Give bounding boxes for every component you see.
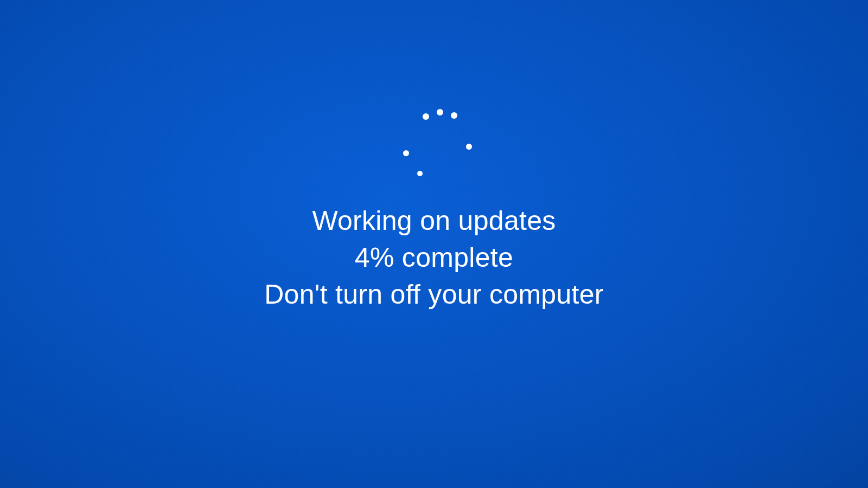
spinner-dot [451, 112, 457, 119]
update-messages: Working on updates 4% complete Don't tur… [264, 202, 604, 313]
progress-line: 4% complete [264, 239, 604, 276]
status-line: Working on updates [264, 202, 604, 239]
loading-spinner-icon [393, 106, 475, 187]
spinner-dot [437, 109, 443, 115]
spinner-dot [423, 113, 429, 120]
spinner-dot [417, 171, 423, 176]
windows-update-screen: Working on updates 4% complete Don't tur… [0, 0, 868, 488]
warning-line: Don't turn off your computer [264, 276, 604, 313]
spinner-dot [403, 150, 409, 156]
spinner-dot [466, 144, 472, 150]
